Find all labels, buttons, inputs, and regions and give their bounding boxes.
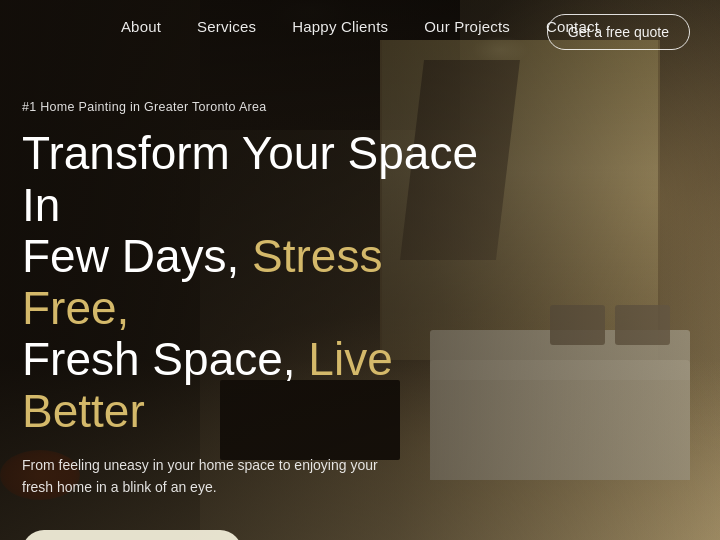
hero-title: Transform Your Space In Few Days, Stress… [22,128,502,437]
navbar: About Services Happy Clients Our Project… [0,0,720,53]
hero-title-line2-plain: Few Days, [22,230,239,282]
hero-title-line1: Transform Your Space In [22,127,478,231]
hero-content: #1 Home Painting in Greater Toronto Area… [22,100,502,540]
nav-link-about[interactable]: About [121,18,161,35]
nav-link-happy-clients[interactable]: Happy Clients [292,18,388,35]
transform-space-button[interactable]: Transform Your Space → [22,530,242,540]
hero-title-line3-plain: Fresh Space, [22,333,296,385]
hero-tagline: #1 Home Painting in Greater Toronto Area [22,100,502,114]
get-free-quote-button[interactable]: Get a free quote [547,14,690,50]
nav-link-our-projects[interactable]: Our Projects [424,18,510,35]
hero-subtitle: From feeling uneasy in your home space t… [22,455,402,498]
nav-links: About Services Happy Clients Our Project… [121,18,599,35]
hero-section: About Services Happy Clients Our Project… [0,0,720,540]
nav-link-services[interactable]: Services [197,18,256,35]
